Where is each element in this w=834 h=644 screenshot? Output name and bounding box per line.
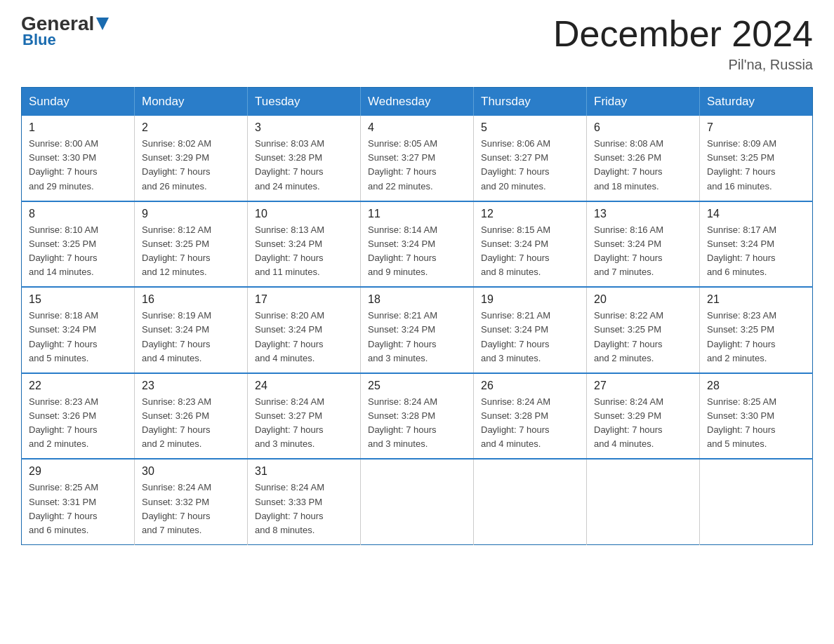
day-info: Sunrise: 8:24 AMSunset: 3:32 PMDaylight:… [142,482,211,535]
day-info: Sunrise: 8:12 AMSunset: 3:25 PMDaylight:… [142,224,211,277]
day-number: 15 [29,293,127,306]
col-tuesday: Tuesday [248,88,361,116]
day-info: Sunrise: 8:22 AMSunset: 3:25 PMDaylight:… [594,310,663,363]
calendar-cell [474,459,587,544]
day-info: Sunrise: 8:24 AMSunset: 3:33 PMDaylight:… [255,482,324,535]
day-info: Sunrise: 8:23 AMSunset: 3:25 PMDaylight:… [707,310,776,363]
day-info: Sunrise: 8:17 AMSunset: 3:24 PMDaylight:… [707,224,776,277]
day-number: 1 [29,121,127,134]
day-number: 11 [368,208,466,220]
day-info: Sunrise: 8:23 AMSunset: 3:26 PMDaylight:… [29,396,98,449]
calendar-header-row: Sunday Monday Tuesday Wednesday Thursday… [22,88,813,116]
col-friday: Friday [587,88,700,116]
calendar-cell [700,459,813,544]
calendar-cell: 21 Sunrise: 8:23 AMSunset: 3:25 PMDaylig… [700,287,813,373]
day-number: 16 [142,293,240,306]
day-info: Sunrise: 8:21 AMSunset: 3:24 PMDaylight:… [481,310,550,363]
day-number: 22 [29,380,127,392]
calendar-cell: 26 Sunrise: 8:24 AMSunset: 3:28 PMDaylig… [474,373,587,459]
day-number: 21 [707,293,805,306]
day-number: 13 [594,208,692,220]
calendar-cell: 22 Sunrise: 8:23 AMSunset: 3:26 PMDaylig… [22,373,135,459]
calendar-cell: 27 Sunrise: 8:24 AMSunset: 3:29 PMDaylig… [587,373,700,459]
day-number: 30 [142,465,240,478]
calendar-cell: 2 Sunrise: 8:02 AMSunset: 3:29 PMDayligh… [135,116,248,201]
calendar-cell: 24 Sunrise: 8:24 AMSunset: 3:27 PMDaylig… [248,373,361,459]
day-info: Sunrise: 8:08 AMSunset: 3:26 PMDaylight:… [594,138,663,191]
location-text: Pil'na, Russia [553,57,813,73]
calendar-cell: 23 Sunrise: 8:23 AMSunset: 3:26 PMDaylig… [135,373,248,459]
day-number: 3 [255,121,353,134]
calendar-cell: 5 Sunrise: 8:06 AMSunset: 3:27 PMDayligh… [474,116,587,201]
day-info: Sunrise: 8:14 AMSunset: 3:24 PMDaylight:… [368,224,437,277]
day-info: Sunrise: 8:24 AMSunset: 3:28 PMDaylight:… [481,396,550,449]
calendar-cell: 3 Sunrise: 8:03 AMSunset: 3:28 PMDayligh… [248,116,361,201]
day-info: Sunrise: 8:20 AMSunset: 3:24 PMDaylight:… [255,310,324,363]
logo-arrow-icon [96,18,109,32]
col-sunday: Sunday [22,88,135,116]
day-info: Sunrise: 8:15 AMSunset: 3:24 PMDaylight:… [481,224,550,277]
month-title: December 2024 [553,14,813,54]
day-number: 28 [707,380,805,392]
day-info: Sunrise: 8:19 AMSunset: 3:24 PMDaylight:… [142,310,211,363]
day-number: 19 [481,293,579,306]
week-row-5: 29 Sunrise: 8:25 AMSunset: 3:31 PMDaylig… [22,459,813,544]
calendar-cell [587,459,700,544]
day-number: 23 [142,380,240,392]
day-number: 10 [255,208,353,220]
calendar-cell: 6 Sunrise: 8:08 AMSunset: 3:26 PMDayligh… [587,116,700,201]
day-info: Sunrise: 8:02 AMSunset: 3:29 PMDaylight:… [142,138,211,191]
calendar-cell: 25 Sunrise: 8:24 AMSunset: 3:28 PMDaylig… [361,373,474,459]
day-info: Sunrise: 8:03 AMSunset: 3:28 PMDaylight:… [255,138,324,191]
day-number: 12 [481,208,579,220]
calendar-cell: 12 Sunrise: 8:15 AMSunset: 3:24 PMDaylig… [474,201,587,288]
day-number: 20 [594,293,692,306]
day-number: 29 [29,465,127,478]
calendar-cell: 7 Sunrise: 8:09 AMSunset: 3:25 PMDayligh… [700,116,813,201]
calendar-cell: 19 Sunrise: 8:21 AMSunset: 3:24 PMDaylig… [474,287,587,373]
calendar-cell: 11 Sunrise: 8:14 AMSunset: 3:24 PMDaylig… [361,201,474,288]
day-number: 6 [594,121,692,134]
col-saturday: Saturday [700,88,813,116]
calendar-cell: 18 Sunrise: 8:21 AMSunset: 3:24 PMDaylig… [361,287,474,373]
day-number: 2 [142,121,240,134]
title-area: December 2024 Pil'na, Russia [553,14,813,73]
day-number: 7 [707,121,805,134]
day-number: 25 [368,380,466,392]
calendar-cell: 20 Sunrise: 8:22 AMSunset: 3:25 PMDaylig… [587,287,700,373]
calendar-cell: 8 Sunrise: 8:10 AMSunset: 3:25 PMDayligh… [22,201,135,288]
calendar-cell: 15 Sunrise: 8:18 AMSunset: 3:24 PMDaylig… [22,287,135,373]
day-number: 26 [481,380,579,392]
day-info: Sunrise: 8:16 AMSunset: 3:24 PMDaylight:… [594,224,663,277]
calendar-cell: 9 Sunrise: 8:12 AMSunset: 3:25 PMDayligh… [135,201,248,288]
col-monday: Monday [135,88,248,116]
week-row-1: 1 Sunrise: 8:00 AMSunset: 3:30 PMDayligh… [22,116,813,201]
page-header: General Blue December 2024 Pil'na, Russi… [21,14,813,73]
day-info: Sunrise: 8:25 AMSunset: 3:30 PMDaylight:… [707,396,776,449]
day-info: Sunrise: 8:18 AMSunset: 3:24 PMDaylight:… [29,310,98,363]
svg-marker-0 [96,18,109,30]
calendar-cell: 31 Sunrise: 8:24 AMSunset: 3:33 PMDaylig… [248,459,361,544]
week-row-3: 15 Sunrise: 8:18 AMSunset: 3:24 PMDaylig… [22,287,813,373]
day-info: Sunrise: 8:00 AMSunset: 3:30 PMDaylight:… [29,138,98,191]
day-number: 4 [368,121,466,134]
day-number: 18 [368,293,466,306]
day-number: 17 [255,293,353,306]
day-number: 14 [707,208,805,220]
week-row-2: 8 Sunrise: 8:10 AMSunset: 3:25 PMDayligh… [22,201,813,288]
calendar-cell: 30 Sunrise: 8:24 AMSunset: 3:32 PMDaylig… [135,459,248,544]
day-number: 8 [29,208,127,220]
calendar-cell: 10 Sunrise: 8:13 AMSunset: 3:24 PMDaylig… [248,201,361,288]
calendar-cell: 14 Sunrise: 8:17 AMSunset: 3:24 PMDaylig… [700,201,813,288]
day-info: Sunrise: 8:21 AMSunset: 3:24 PMDaylight:… [368,310,437,363]
calendar-cell: 16 Sunrise: 8:19 AMSunset: 3:24 PMDaylig… [135,287,248,373]
calendar-table: Sunday Monday Tuesday Wednesday Thursday… [21,87,813,545]
day-info: Sunrise: 8:24 AMSunset: 3:27 PMDaylight:… [255,396,324,449]
day-info: Sunrise: 8:09 AMSunset: 3:25 PMDaylight:… [707,138,776,191]
calendar-cell: 28 Sunrise: 8:25 AMSunset: 3:30 PMDaylig… [700,373,813,459]
week-row-4: 22 Sunrise: 8:23 AMSunset: 3:26 PMDaylig… [22,373,813,459]
col-thursday: Thursday [474,88,587,116]
logo: General Blue [21,14,109,48]
col-wednesday: Wednesday [361,88,474,116]
day-info: Sunrise: 8:24 AMSunset: 3:29 PMDaylight:… [594,396,663,449]
